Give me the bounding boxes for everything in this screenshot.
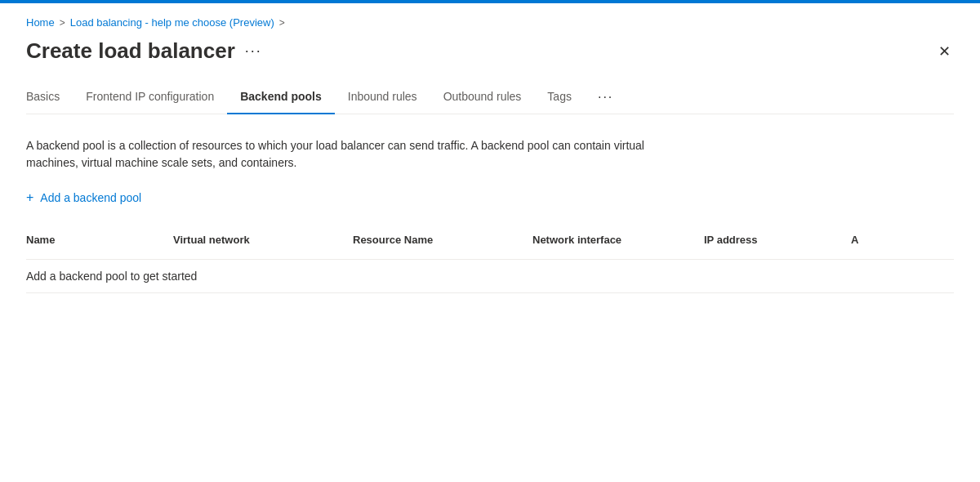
col-header-virtual-network: Virtual network	[173, 227, 353, 252]
header-left: Create load balancer ···	[26, 38, 262, 64]
col-header-ip-address: IP address	[704, 227, 851, 252]
tabs-more-button[interactable]: ···	[585, 83, 626, 114]
tab-outbound-rules[interactable]: Outbound rules	[430, 83, 535, 114]
close-button[interactable]: ✕	[935, 39, 954, 64]
col-header-name: Name	[26, 227, 173, 252]
table-empty-row: Add a backend pool to get started	[26, 260, 954, 293]
col-header-extra: A	[851, 227, 916, 252]
tab-inbound-rules[interactable]: Inbound rules	[335, 83, 430, 114]
plus-icon: +	[26, 191, 33, 204]
page-title: Create load balancer	[26, 38, 235, 64]
description-text: A backend pool is a collection of resour…	[26, 137, 663, 172]
tabs-container: Basics Frontend IP configuration Backend…	[26, 83, 954, 114]
tab-frontend[interactable]: Frontend IP configuration	[73, 83, 227, 114]
table-empty-message: Add a backend pool to get started	[26, 270, 916, 283]
col-header-network-interface: Network interface	[532, 227, 704, 252]
breadcrumb-home[interactable]: Home	[26, 16, 55, 29]
breadcrumb-sep-1: >	[60, 17, 65, 29]
add-backend-pool-label: Add a backend pool	[40, 191, 141, 204]
table-header: Name Virtual network Resource Name Netwo…	[26, 227, 954, 260]
tab-tags[interactable]: Tags	[534, 83, 585, 114]
tab-backend-pools[interactable]: Backend pools	[227, 83, 335, 114]
col-header-resource-name: Resource Name	[353, 227, 532, 252]
add-backend-pool-button[interactable]: + Add a backend pool	[26, 191, 141, 204]
tab-basics[interactable]: Basics	[26, 83, 73, 114]
breadcrumb: Home > Load balancing - help me choose (…	[26, 16, 954, 29]
header-row: Create load balancer ··· ✕	[26, 38, 954, 64]
breadcrumb-load-balancing[interactable]: Load balancing - help me choose (Preview…	[70, 16, 274, 29]
header-more-button[interactable]: ···	[245, 42, 262, 60]
breadcrumb-sep-2: >	[279, 17, 285, 29]
